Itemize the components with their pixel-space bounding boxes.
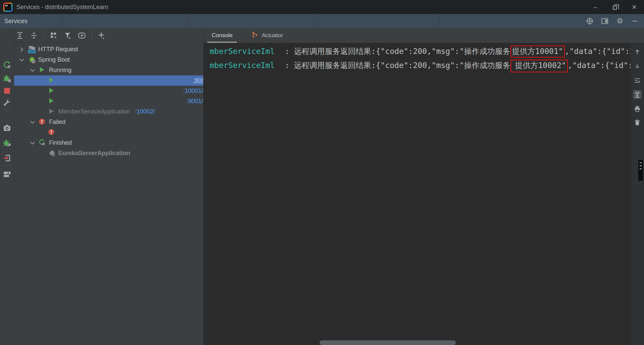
run-play-icon xyxy=(48,87,56,95)
hide-toolwindow-icon[interactable] xyxy=(631,17,639,25)
wrench-icon[interactable] xyxy=(3,98,11,107)
print-icon[interactable] xyxy=(633,105,642,113)
window-controls: – × xyxy=(586,0,644,14)
log-text: ,"data":{"id":2 xyxy=(565,47,631,56)
main-area: API HTTP Request Spring Boot Running Mem… xyxy=(0,28,644,345)
right-toolbar-spacer xyxy=(631,28,644,43)
thread-dump-camera-icon[interactable] xyxy=(3,124,11,132)
log-text: : 远程调用服务返回结果:{"code":200,"msg":"操作成功服务 xyxy=(285,61,511,70)
layout-dashboard-icon[interactable] xyxy=(3,170,11,179)
console-output: mberServiceIml: 远程调用服务返回结果:{"code":200,"… xyxy=(204,43,631,345)
services-tree: API HTTP Request Spring Boot Running Mem… xyxy=(14,43,203,345)
restart-debugger-icon[interactable] xyxy=(3,139,11,147)
play-disabled-icon xyxy=(48,108,56,116)
horizontal-scrollbar[interactable] xyxy=(320,340,456,345)
header-actions: ⚙ xyxy=(586,17,644,25)
tree-row-eureka-server-application-9002[interactable]: EurekaServerApplication_9002 xyxy=(14,127,203,138)
window-layout-icon[interactable] xyxy=(601,17,609,25)
toolbar-separator xyxy=(3,110,11,110)
logo-text: IU xyxy=(4,4,11,11)
ide-window: IU Services - distributedSystemLearn – ×… xyxy=(0,0,644,345)
rerun-green-icon xyxy=(38,139,47,147)
run-play-icon xyxy=(48,97,56,106)
soft-wrap-icon[interactable] xyxy=(633,76,642,85)
toolbar-separator xyxy=(3,165,11,166)
expand-all-icon[interactable] xyxy=(15,31,24,40)
close-button[interactable]: × xyxy=(625,0,644,14)
scroll-down-icon[interactable] xyxy=(633,62,642,70)
run-play-icon xyxy=(48,76,56,85)
error-icon xyxy=(48,128,56,137)
console-panel: Console Actuator mberServiceIml: 远程调用服务返… xyxy=(204,28,631,345)
service-name: EurekaServerApplication xyxy=(58,150,130,157)
chevron-down-icon[interactable] xyxy=(29,139,36,147)
rerun-icon[interactable] xyxy=(3,61,11,69)
highlight-box-10001: 提供方10001" xyxy=(511,46,565,58)
toolwindow-header: Services ⚙ xyxy=(0,14,644,28)
services-panel: API HTTP Request Spring Boot Running Mem… xyxy=(14,28,204,345)
close-icon: × xyxy=(632,2,637,12)
scroll-up-icon[interactable] xyxy=(633,48,642,56)
console-right-toolbar xyxy=(631,28,644,345)
header-separator xyxy=(188,14,188,28)
tab-console[interactable]: Console xyxy=(206,28,238,43)
spring-boot-icon xyxy=(28,56,36,64)
log-line-1: mberServiceIml: 远程调用服务返回结果:{"code":200,"… xyxy=(210,44,631,58)
restore-button[interactable] xyxy=(605,0,625,14)
toolbar-separator xyxy=(44,31,44,40)
web-preview-icon[interactable] xyxy=(586,17,594,25)
group-by-icon[interactable] xyxy=(49,31,58,40)
run-toolbar xyxy=(0,28,14,345)
chevron-down-icon[interactable] xyxy=(18,56,25,64)
console-tab-bar: Console Actuator xyxy=(204,28,631,43)
chevron-down-icon[interactable] xyxy=(29,119,36,126)
console-scrollbar-marker xyxy=(638,160,643,181)
log-text: : 远程调用服务返回结果:{"code":200,"msg":"操作成功服务 xyxy=(285,47,511,56)
actuator-icon xyxy=(251,31,259,40)
minimize-icon: – xyxy=(593,3,597,11)
run-play-icon xyxy=(38,66,47,75)
log-text: ,"data":{"id":2 xyxy=(568,61,631,70)
stop-icon[interactable] xyxy=(3,86,11,95)
intellij-logo-icon: IU xyxy=(3,3,12,12)
spring-boot-gray-icon xyxy=(48,149,56,158)
scroll-to-end-icon[interactable] xyxy=(633,90,642,99)
minimize-button[interactable]: – xyxy=(586,0,605,14)
tab-label: Console xyxy=(212,32,232,39)
log-line-2: mberServiceIml: 远程调用服务返回结果:{"code":200,"… xyxy=(210,58,631,72)
svg-text:API: API xyxy=(29,50,34,53)
logger-name: mberServiceIml xyxy=(210,47,275,56)
chevron-right-icon[interactable] xyxy=(18,46,25,53)
exit-icon[interactable] xyxy=(3,154,11,162)
chevron-down-icon[interactable] xyxy=(29,67,36,74)
gear-icon[interactable]: ⚙ xyxy=(616,17,624,25)
header-separator xyxy=(439,14,440,28)
header-separator xyxy=(62,14,63,28)
collapse-all-icon[interactable] xyxy=(30,31,38,40)
error-icon xyxy=(38,118,47,127)
clear-all-trash-icon[interactable] xyxy=(633,118,642,127)
rerun-debug-icon[interactable] xyxy=(3,74,11,83)
header-separator xyxy=(314,14,315,28)
tree-label: Finished xyxy=(49,139,72,146)
toolwindow-title: Services xyxy=(0,18,28,25)
tab-actuator[interactable]: Actuator xyxy=(246,28,288,43)
restore-icon xyxy=(613,6,617,10)
logger-name: mberServiceIml xyxy=(210,61,275,70)
http-request-icon: API xyxy=(28,45,36,54)
highlight-box-10002: 提供方10002" xyxy=(511,60,568,72)
tab-label: Actuator xyxy=(262,32,283,39)
